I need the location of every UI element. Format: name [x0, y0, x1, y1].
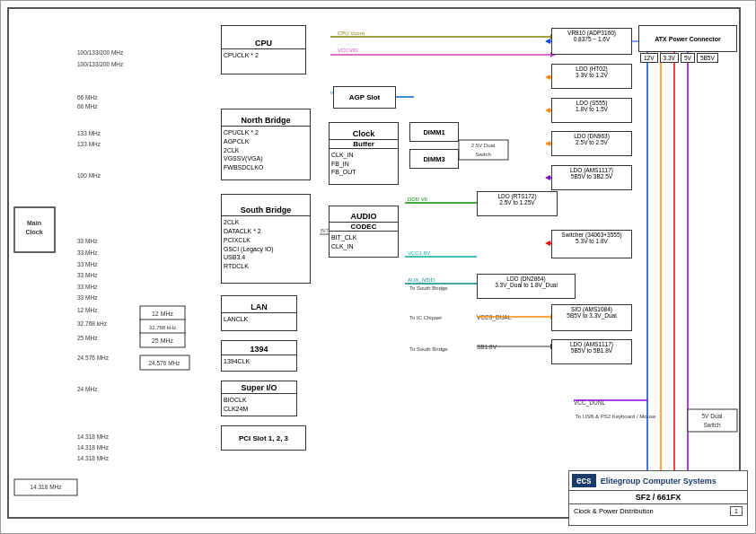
dimm3-box: DIMM3 [409, 149, 459, 169]
south-bridge-title: South Bridge [222, 205, 310, 216]
svg-text:66 MHz: 66 MHz [77, 94, 98, 101]
svg-text:VCC1.8V: VCC1.8V [408, 250, 430, 256]
clock-buffer-title: Clock [330, 128, 398, 140]
svg-text:To IC Chipset: To IC Chipset [409, 315, 442, 320]
cpu-box: CPU CPUCLK * 2 [221, 25, 306, 74]
power-rails: 12V 3.3V 5V 5B5V [640, 53, 718, 63]
svg-text:33 MHz: 33 MHz [77, 294, 98, 301]
svg-text:33 MHz: 33 MHz [77, 272, 98, 278]
svg-marker-55 [545, 74, 550, 80]
agp-slot-box: AGP Slot [333, 86, 396, 109]
north-bridge-title: North Bridge [222, 115, 310, 127]
svg-text:14.318 MHz: 14.318 MHz [77, 433, 110, 440]
lan-box: LAN LANCLK [221, 295, 297, 331]
sio-ams1084-box: SIO (AMS1084) 5B5V to 3.3V_Dual [551, 304, 632, 331]
svg-text:VCCVID: VCCVID [338, 48, 358, 53]
ldo-urt02-box: LDO (HT02) 3.3V to 1.2V [551, 64, 632, 89]
svg-marker-53 [545, 39, 550, 44]
dimm1-box: DIMM1 [409, 122, 459, 142]
svg-marker-63 [545, 241, 550, 246]
pci-slot-box: PCI Slot 1, 2, 3 [221, 425, 306, 451]
model-label: SF2 / 661FX [574, 493, 743, 502]
svg-text:DDR VII: DDR VII [408, 197, 427, 202]
north-bridge-box: North Bridge CPUCLK * 2 AGPCLK 2CLK VGSS… [221, 109, 311, 180]
info-box: ecs Elitegroup Computer Systems SF2 / 66… [568, 470, 748, 526]
cpu-title: CPU [222, 38, 305, 49]
svg-text:33 MHz: 33 MHz [77, 261, 98, 267]
ldo-s555-box: LDO (S555) 1.8V to 1.5V [551, 98, 632, 123]
audio-codec-box: AUDIO CODEC BIT_CLK CLK_IN [329, 206, 399, 258]
svg-text:VCC3_DUAL: VCC3_DUAL [477, 314, 512, 321]
super-io-box: Super I/O BIOCLK CLK24M [221, 381, 297, 416]
svg-text:Clock: Clock [25, 229, 42, 235]
svg-text:To South Bridge: To South Bridge [409, 285, 448, 291]
svg-rect-81 [459, 140, 508, 160]
ldo-dn963-box: LDO (DN963) 2.5V to 2.5V [551, 131, 632, 156]
svg-text:14.318 MHz: 14.318 MHz [77, 444, 110, 451]
ecs-logo-icon: ecs [572, 474, 596, 487]
dimm1-title: DIMM1 [423, 128, 444, 136]
cpu-content: CPUCLK * 2 [224, 51, 303, 60]
svg-text:Switch: Switch [475, 152, 491, 157]
svg-text:33 MHz: 33 MHz [77, 238, 98, 244]
ldo-ams1117-box: LDO (AMS1117) 5B5V to 3B2.5V [551, 165, 632, 190]
svg-text:25 MHz: 25 MHz [77, 335, 98, 341]
lan-content: LANCLK [224, 315, 294, 324]
ldo-ams1117-2-box: LDO (AMS1117) 5B5V to 5B1.8V [551, 339, 632, 364]
f1394-box: 1394 1394CLK [221, 340, 297, 372]
svg-rect-4 [14, 479, 77, 495]
page-number: 1 [730, 506, 743, 516]
svg-text:AUX_IVDD: AUX_IVDD [408, 277, 435, 283]
svg-rect-31 [140, 333, 185, 347]
svg-text:32.768 kHz: 32.768 kHz [149, 325, 176, 330]
svg-text:2.5V Dual: 2.5V Dual [471, 143, 495, 148]
svg-text:24 MHz: 24 MHz [77, 386, 98, 392]
f1394-content: 1394CLK [224, 357, 294, 366]
svg-text:To USB & PS2 Keyboard / Mouse: To USB & PS2 Keyboard / Mouse [576, 414, 656, 419]
svg-text:133 MHz: 133 MHz [77, 130, 101, 136]
svg-text:66 MHz: 66 MHz [77, 103, 98, 109]
svg-text:24.576 MHz: 24.576 MHz [77, 355, 110, 361]
svg-text:12 MHz: 12 MHz [152, 311, 174, 317]
vr810-box: VR810 (ADP3160) 0.8375 ~ 1.6V [551, 28, 632, 55]
svg-text:32.768 kHz: 32.768 kHz [77, 320, 108, 327]
ldo-rts172-box: LDO (RTS172) 2.5V to 1.25V [477, 191, 558, 216]
company-name: Elitegroup Computer Systems [601, 477, 716, 486]
svg-rect-1 [14, 207, 55, 252]
svg-text:To South Bridge: To South Bridge [409, 346, 448, 352]
lan-title: LAN [222, 302, 296, 313]
svg-text:12 MHz: 12 MHz [77, 307, 98, 313]
svg-rect-27 [140, 306, 185, 320]
svg-text:14.318 MHz: 14.318 MHz [77, 455, 110, 461]
south-bridge-box: South Bridge 2CLK DATACLK * 2 PCIXCLK GS… [221, 194, 311, 284]
svg-text:33 MHz: 33 MHz [77, 284, 98, 290]
svg-text:100 MHz: 100 MHz [77, 172, 101, 179]
svg-text:Main: Main [27, 220, 41, 226]
svg-text:Switch: Switch [703, 422, 721, 428]
svg-text:VCC_DUNL: VCC_DUNL [574, 399, 605, 407]
svg-text:24.576 MHz: 24.576 MHz [148, 360, 180, 366]
svg-text:33 MHz: 33 MHz [77, 249, 98, 256]
svg-marker-57 [545, 108, 550, 113]
svg-text:CPU Vcore: CPU Vcore [338, 31, 365, 36]
svg-rect-33 [140, 355, 189, 370]
dimm3-title: DIMM3 [423, 155, 444, 163]
svg-text:100/133/200 MHz: 100/133/200 MHz [77, 49, 124, 56]
switcher-box: Switcher (34063+3555) 5.3V to 1.8V [551, 230, 632, 258]
super-io-title: Super I/O [222, 382, 296, 394]
f1394-title: 1394 [222, 344, 296, 355]
svg-rect-29 [140, 320, 185, 334]
svg-marker-59 [545, 141, 550, 146]
svg-text:5V Dual: 5V Dual [701, 413, 723, 419]
svg-text:25 MHz: 25 MHz [152, 337, 174, 344]
ldo-dn2864-box: LDO (DN2864) 3.3V_Dual to 1.8V_Dual [477, 274, 576, 299]
svg-text:14.318 MHz: 14.318 MHz [30, 484, 62, 490]
clock-buffer-box: Clock Buffer CLK_IN FB_IN FB_OUT [329, 122, 399, 185]
svg-text:133 MHz: 133 MHz [77, 141, 101, 147]
subtitle-label: Clock & Power Distribution [574, 507, 654, 515]
svg-marker-61 [545, 175, 550, 180]
pci-slot-title: PCI Slot 1, 2, 3 [239, 434, 288, 442]
svg-rect-78 [688, 409, 737, 432]
svg-text:SB1.8V: SB1.8V [477, 344, 497, 350]
atx-power-connector: ATX Power Connector [638, 25, 737, 52]
